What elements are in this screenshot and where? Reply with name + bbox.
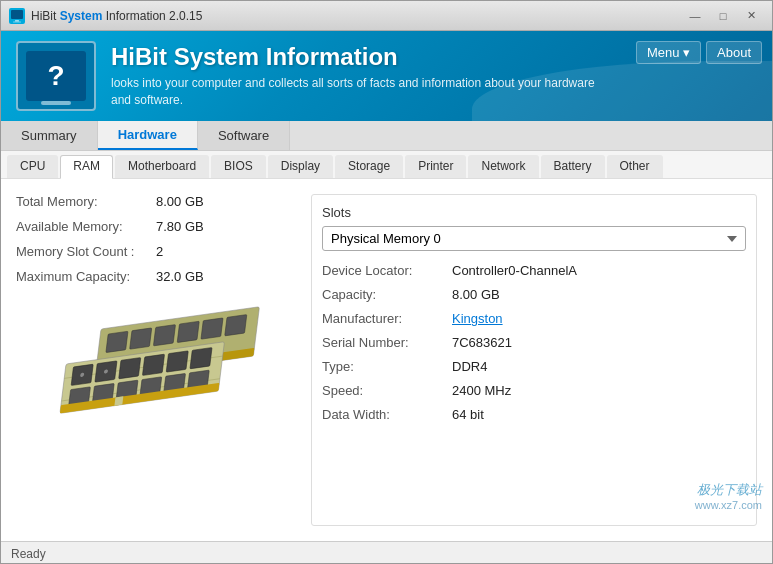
menu-button[interactable]: Menu ▾ [636, 41, 701, 64]
detail-row: Manufacturer:Kingston [322, 311, 746, 326]
close-button[interactable]: ✕ [738, 6, 764, 26]
detail-value: 8.00 GB [452, 287, 500, 302]
ram-illustration [16, 304, 296, 454]
svg-rect-7 [153, 325, 175, 346]
svg-rect-6 [130, 328, 152, 349]
detail-label: Speed: [322, 383, 452, 398]
svg-rect-10 [225, 315, 247, 336]
tab-software[interactable]: Software [198, 121, 290, 150]
total-memory-value: 8.00 GB [156, 194, 204, 209]
detail-row: Data Width:64 bit [322, 407, 746, 422]
header-nav: Menu ▾ About [636, 41, 762, 64]
max-capacity-label: Maximum Capacity: [16, 269, 156, 284]
detail-value[interactable]: Kingston [452, 311, 503, 326]
svg-rect-20 [166, 351, 188, 372]
detail-row: Speed:2400 MHz [322, 383, 746, 398]
header-logo: ? [16, 41, 96, 111]
available-memory-label: Available Memory: [16, 219, 156, 234]
detail-value: DDR4 [452, 359, 487, 374]
tab-display[interactable]: Display [268, 155, 333, 178]
window-controls: — □ ✕ [682, 6, 764, 26]
app-icon [9, 8, 25, 24]
right-panel: Slots Physical Memory 0 Physical Memory … [311, 194, 757, 526]
detail-row: Type:DDR4 [322, 359, 746, 374]
svg-rect-9 [201, 318, 223, 339]
tab-bios[interactable]: BIOS [211, 155, 266, 178]
detail-row: Device Locator:Controller0-ChannelA [322, 263, 746, 278]
max-capacity-row: Maximum Capacity: 32.0 GB [16, 269, 296, 284]
titlebar: HiBit System Information 2.0.15 — □ ✕ [1, 1, 772, 31]
left-panel: Total Memory: 8.00 GB Available Memory: … [16, 194, 296, 526]
detail-label: Capacity: [322, 287, 452, 302]
app-title: HiBit System Information [111, 43, 595, 71]
tab-other[interactable]: Other [607, 155, 663, 178]
svg-rect-3 [13, 21, 21, 22]
tab-printer[interactable]: Printer [405, 155, 466, 178]
slot-count-label: Memory Slot Count : [16, 244, 156, 259]
detail-label: Device Locator: [322, 263, 452, 278]
slot-count-row: Memory Slot Count : 2 [16, 244, 296, 259]
detail-value: 2400 MHz [452, 383, 511, 398]
about-button[interactable]: About [706, 41, 762, 64]
minimize-button[interactable]: — [682, 6, 708, 26]
svg-rect-8 [177, 321, 199, 342]
available-memory-value: 7.80 GB [156, 219, 204, 234]
detail-label: Manufacturer: [322, 311, 452, 326]
slots-label: Slots [322, 205, 746, 220]
maximize-button[interactable]: □ [710, 6, 736, 26]
logo-stand [41, 101, 71, 105]
svg-rect-31 [114, 396, 123, 405]
content-area: Total Memory: 8.00 GB Available Memory: … [1, 179, 772, 541]
svg-rect-19 [142, 354, 164, 375]
ram-svg [46, 299, 266, 459]
sub-tab-bar: CPU RAM Motherboard BIOS Display Storage… [1, 151, 772, 179]
detail-label: Type: [322, 359, 452, 374]
tab-motherboard[interactable]: Motherboard [115, 155, 209, 178]
total-memory-label: Total Memory: [16, 194, 156, 209]
tab-battery[interactable]: Battery [541, 155, 605, 178]
logo-question-mark: ? [26, 51, 86, 101]
statusbar-text: Ready [11, 547, 46, 561]
tab-cpu[interactable]: CPU [7, 155, 58, 178]
statusbar: Ready [1, 541, 772, 564]
slots-dropdown[interactable]: Physical Memory 0 Physical Memory 1 [322, 226, 746, 251]
slot-count-value: 2 [156, 244, 163, 259]
total-memory-row: Total Memory: 8.00 GB [16, 194, 296, 209]
svg-rect-21 [190, 348, 212, 369]
app-header: ? HiBit System Information looks into yo… [1, 31, 772, 121]
window-title: HiBit System Information 2.0.15 [31, 9, 682, 23]
svg-rect-1 [11, 10, 23, 19]
header-text: HiBit System Information looks into your… [111, 43, 595, 109]
available-memory-row: Available Memory: 7.80 GB [16, 219, 296, 234]
detail-row: Capacity:8.00 GB [322, 287, 746, 302]
tab-ram[interactable]: RAM [60, 155, 113, 179]
svg-rect-18 [119, 358, 141, 379]
tab-network[interactable]: Network [468, 155, 538, 178]
detail-label: Data Width: [322, 407, 452, 422]
svg-rect-2 [15, 20, 19, 22]
tab-summary[interactable]: Summary [1, 121, 98, 150]
app-description: looks into your computer and collects al… [111, 75, 595, 109]
detail-value: 7C683621 [452, 335, 512, 350]
tab-hardware[interactable]: Hardware [98, 121, 198, 150]
detail-label: Serial Number: [322, 335, 452, 350]
detail-value: 64 bit [452, 407, 484, 422]
main-tab-bar: Summary Hardware Software [1, 121, 772, 151]
max-capacity-value: 32.0 GB [156, 269, 204, 284]
tab-storage[interactable]: Storage [335, 155, 403, 178]
detail-value: Controller0-ChannelA [452, 263, 577, 278]
detail-rows: Device Locator:Controller0-ChannelACapac… [322, 263, 746, 422]
detail-row: Serial Number:7C683621 [322, 335, 746, 350]
svg-rect-5 [106, 331, 128, 352]
